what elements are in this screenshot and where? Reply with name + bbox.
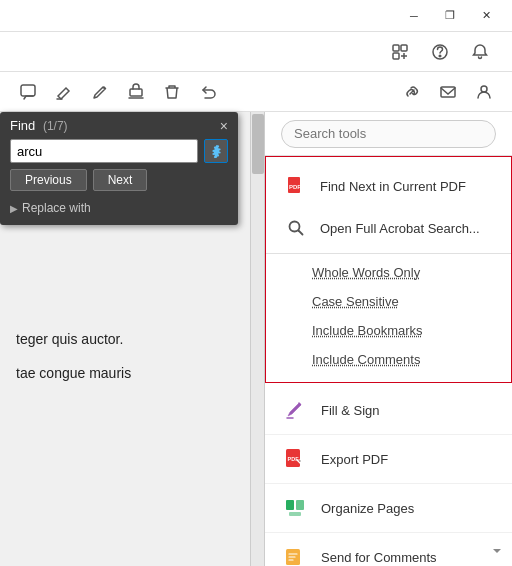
undo-icon[interactable] bbox=[192, 76, 224, 108]
pdf-icon: PDF bbox=[282, 172, 310, 200]
replace-arrow-icon: ▶ bbox=[10, 203, 18, 214]
search-tools-header bbox=[265, 112, 512, 156]
close-button[interactable]: ✕ bbox=[468, 2, 504, 30]
find-title: Find (1/7) bbox=[10, 118, 68, 133]
right-panel: PDF Find Next in Current PDF Open Full A… bbox=[265, 112, 512, 566]
link-icon[interactable] bbox=[396, 76, 428, 108]
export-pdf-label: Export PDF bbox=[321, 452, 388, 467]
toolbar1 bbox=[0, 32, 512, 72]
find-gear-button[interactable] bbox=[204, 139, 228, 163]
replace-with-toggle[interactable]: ▶ Replace with bbox=[0, 197, 238, 217]
delete-icon[interactable] bbox=[156, 76, 188, 108]
fill-sign-item[interactable]: Fill & Sign bbox=[265, 386, 512, 435]
whole-words-label: Whole Words Only bbox=[312, 265, 420, 280]
scroll-down-arrow[interactable] bbox=[490, 544, 504, 558]
doc-line2: tae congue mauris bbox=[16, 362, 240, 384]
toolbar2 bbox=[0, 72, 512, 112]
svg-rect-7 bbox=[441, 87, 455, 97]
scroll-bar[interactable] bbox=[250, 112, 264, 566]
find-count: (1/7) bbox=[43, 119, 68, 133]
send-comments-label: Send for Comments bbox=[321, 550, 437, 565]
open-acrobat-label: Open Full Acrobat Search... bbox=[320, 221, 480, 236]
svg-rect-0 bbox=[393, 45, 399, 51]
svg-rect-2 bbox=[393, 53, 399, 59]
notification-icon[interactable] bbox=[464, 36, 496, 68]
restore-button[interactable]: ❐ bbox=[432, 2, 468, 30]
find-next-item[interactable]: PDF Find Next in Current PDF bbox=[266, 165, 511, 207]
search-tools-input[interactable] bbox=[281, 120, 496, 148]
export-pdf-item[interactable]: PDF Export PDF bbox=[265, 435, 512, 484]
search-icon bbox=[282, 214, 310, 242]
find-close-button[interactable]: × bbox=[220, 119, 228, 133]
case-sensitive-label: Case Sensitive bbox=[312, 294, 399, 309]
help-icon[interactable] bbox=[424, 36, 456, 68]
highlight-icon[interactable] bbox=[48, 76, 80, 108]
minimize-button[interactable]: ─ bbox=[396, 2, 432, 30]
send-comments-item[interactable]: Send for Comments bbox=[265, 533, 512, 566]
scroll-thumb[interactable] bbox=[252, 114, 264, 174]
include-bookmarks-label: Include Bookmarks bbox=[312, 323, 423, 338]
main-area: Find (1/7) × Previous Next ▶ bbox=[0, 112, 512, 566]
organize-pages-item[interactable]: Organize Pages bbox=[265, 484, 512, 533]
draw-icon[interactable] bbox=[84, 76, 116, 108]
next-button[interactable]: Next bbox=[93, 169, 148, 191]
case-sensitive-item[interactable]: Case Sensitive bbox=[266, 287, 511, 316]
share-icon[interactable] bbox=[384, 36, 416, 68]
svg-rect-6 bbox=[130, 89, 142, 96]
export-pdf-icon: PDF bbox=[281, 445, 309, 473]
left-panel: Find (1/7) × Previous Next ▶ bbox=[0, 112, 265, 566]
organize-pages-icon bbox=[281, 494, 309, 522]
svg-point-8 bbox=[481, 86, 487, 92]
find-next-label: Find Next in Current PDF bbox=[320, 179, 466, 194]
send-comments-icon bbox=[281, 543, 309, 566]
svg-rect-1 bbox=[401, 45, 407, 51]
fill-sign-icon bbox=[281, 396, 309, 424]
svg-text:PDF: PDF bbox=[289, 184, 301, 190]
svg-rect-14 bbox=[286, 500, 294, 510]
comment-icon[interactable] bbox=[12, 76, 44, 108]
svg-point-4 bbox=[439, 55, 441, 57]
organize-pages-label: Organize Pages bbox=[321, 501, 414, 516]
replace-with-label: Replace with bbox=[22, 201, 91, 215]
include-bookmarks-item[interactable]: Include Bookmarks bbox=[266, 316, 511, 345]
mail-icon[interactable] bbox=[432, 76, 464, 108]
svg-rect-5 bbox=[21, 85, 35, 96]
find-bar: Find (1/7) × Previous Next ▶ bbox=[0, 112, 238, 225]
whole-words-item[interactable]: Whole Words Only bbox=[266, 258, 511, 287]
svg-rect-16 bbox=[289, 512, 301, 516]
user-icon[interactable] bbox=[468, 76, 500, 108]
document-text: teger quis auctor. tae congue mauris bbox=[0, 312, 264, 413]
doc-line1: teger quis auctor. bbox=[16, 328, 240, 350]
svg-rect-15 bbox=[296, 500, 304, 510]
include-comments-item[interactable]: Include Comments bbox=[266, 345, 511, 374]
title-bar: ─ ❐ ✕ bbox=[0, 0, 512, 32]
dropdown-divider bbox=[266, 253, 511, 254]
search-dropdown: PDF Find Next in Current PDF Open Full A… bbox=[265, 156, 512, 383]
stamp-icon[interactable] bbox=[120, 76, 152, 108]
open-acrobat-item[interactable]: Open Full Acrobat Search... bbox=[266, 207, 511, 249]
find-input[interactable] bbox=[10, 139, 198, 163]
previous-button[interactable]: Previous bbox=[10, 169, 87, 191]
fill-sign-label: Fill & Sign bbox=[321, 403, 380, 418]
include-comments-label: Include Comments bbox=[312, 352, 420, 367]
